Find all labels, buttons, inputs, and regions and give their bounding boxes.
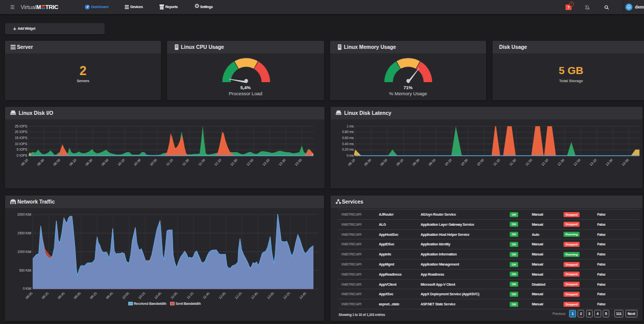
svg-text:11:45: 11:45 xyxy=(202,291,210,299)
svg-text:13:50: 13:50 xyxy=(294,158,302,166)
svg-text:11:10: 11:10 xyxy=(493,158,501,166)
svg-text:12:30: 12:30 xyxy=(229,158,238,166)
svg-text:13:25: 13:25 xyxy=(282,291,291,300)
svg-text:0.20 ms: 0.20 ms xyxy=(342,148,354,151)
svg-text:1000 Kbit: 1000 Kbit xyxy=(18,250,32,253)
svg-text:09:45: 09:45 xyxy=(105,291,114,300)
svg-text:12:10: 12:10 xyxy=(213,158,222,166)
svg-text:09:50: 09:50 xyxy=(428,158,436,166)
svg-text:11:05: 11:05 xyxy=(170,291,178,299)
svg-text:08:30: 08:30 xyxy=(363,158,372,166)
svg-text:08:45: 08:45 xyxy=(57,291,65,300)
svg-text:10:50: 10:50 xyxy=(149,158,157,166)
svg-text:13:10: 13:10 xyxy=(262,158,270,166)
svg-text:09:10: 09:10 xyxy=(68,158,77,166)
svg-text:08:05: 08:05 xyxy=(25,291,33,300)
svg-text:20 IOPS: 20 IOPS xyxy=(15,130,27,134)
svg-text:2000 Kbit: 2000 Kbit xyxy=(18,213,32,216)
svg-text:12:50: 12:50 xyxy=(246,158,254,166)
svg-text:09:30: 09:30 xyxy=(412,158,420,166)
svg-text:25 IOPS: 25 IOPS xyxy=(15,124,27,128)
svg-text:0 ms: 0 ms xyxy=(347,154,354,157)
svg-text:13:45: 13:45 xyxy=(298,291,307,300)
svg-text:10:50: 10:50 xyxy=(476,158,485,166)
svg-text:11:25: 11:25 xyxy=(186,291,194,299)
svg-text:10:30: 10:30 xyxy=(460,158,468,166)
svg-text:08:50: 08:50 xyxy=(52,158,61,166)
svg-text:09:30: 09:30 xyxy=(85,158,93,166)
svg-text:09:10: 09:10 xyxy=(395,158,404,166)
svg-text:0.60 ms: 0.60 ms xyxy=(342,136,354,140)
svg-text:10:45: 10:45 xyxy=(153,291,162,300)
svg-text:0.40 ms: 0.40 ms xyxy=(342,142,354,146)
svg-text:500 Kbit: 500 Kbit xyxy=(19,269,31,272)
svg-text:12:25: 12:25 xyxy=(234,291,243,300)
svg-text:13:30: 13:30 xyxy=(605,158,613,166)
svg-text:09:50: 09:50 xyxy=(101,158,109,166)
svg-text:11:30: 11:30 xyxy=(509,158,517,166)
svg-text:08:30: 08:30 xyxy=(36,158,45,166)
svg-text:11:10: 11:10 xyxy=(166,158,174,166)
svg-text:12:10: 12:10 xyxy=(540,158,549,166)
svg-text:12:30: 12:30 xyxy=(556,158,565,166)
svg-text:10:25: 10:25 xyxy=(137,291,146,300)
svg-text:11:50: 11:50 xyxy=(198,158,206,166)
svg-text:11:30: 11:30 xyxy=(182,158,190,166)
svg-text:10 IOPS: 10 IOPS xyxy=(15,142,27,146)
svg-text:10:10: 10:10 xyxy=(444,158,452,166)
svg-text:12:45: 12:45 xyxy=(250,291,259,300)
svg-text:0 Kbit: 0 Kbit xyxy=(23,287,31,290)
svg-text:15 IOPS: 15 IOPS xyxy=(15,136,27,140)
svg-text:13:10: 13:10 xyxy=(589,158,597,166)
svg-text:5 IOPS: 5 IOPS xyxy=(17,148,28,151)
svg-text:1500 Kbit: 1500 Kbit xyxy=(18,231,32,235)
svg-text:09:05: 09:05 xyxy=(73,291,82,300)
svg-text:11:50: 11:50 xyxy=(525,158,533,166)
svg-text:13:30: 13:30 xyxy=(278,158,286,166)
svg-text:10:30: 10:30 xyxy=(133,158,141,166)
svg-text:12:50: 12:50 xyxy=(573,158,581,166)
svg-text:0 IOPS: 0 IOPS xyxy=(17,154,28,157)
svg-text:12:05: 12:05 xyxy=(218,291,226,300)
svg-text:10:05: 10:05 xyxy=(121,291,130,300)
svg-text:08:50: 08:50 xyxy=(379,158,388,166)
svg-text:10:10: 10:10 xyxy=(117,158,125,166)
svg-text:13:50: 13:50 xyxy=(621,158,629,166)
svg-text:1 ms: 1 ms xyxy=(347,124,354,128)
svg-text:08:10: 08:10 xyxy=(347,158,356,166)
svg-text:08:10: 08:10 xyxy=(20,158,29,166)
svg-text:13:05: 13:05 xyxy=(266,291,275,300)
svg-text:0.80 ms: 0.80 ms xyxy=(342,130,354,134)
svg-text:09:25: 09:25 xyxy=(89,291,98,300)
svg-text:08:25: 08:25 xyxy=(41,291,49,300)
